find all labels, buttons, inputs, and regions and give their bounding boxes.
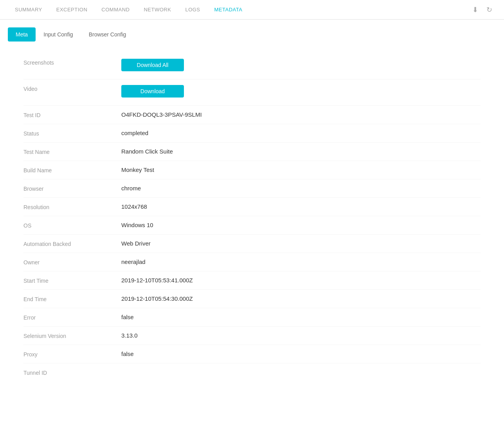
nav-exception[interactable]: EXCEPTION xyxy=(49,0,95,20)
label-resolution: Resolution xyxy=(23,203,121,210)
label-screenshots: Screenshots xyxy=(23,59,121,66)
value-proxy: false xyxy=(121,350,134,357)
label-test-id: Test ID xyxy=(23,111,121,118)
label-automation: Automation Backed xyxy=(23,240,121,247)
meta-row-selenium: Selenium Version 3.13.0 xyxy=(23,327,481,345)
tab-input-config[interactable]: Input Config xyxy=(36,27,81,42)
meta-row-test-name: Test Name Random Click Suite xyxy=(23,143,481,161)
label-selenium: Selenium Version xyxy=(23,332,121,339)
meta-row-resolution: Resolution 1024x768 xyxy=(23,198,481,216)
meta-row-start-time: Start Time 2019-12-10T05:53:41.000Z xyxy=(23,271,481,290)
value-selenium: 3.13.0 xyxy=(121,332,138,339)
value-owner: neerajlad xyxy=(121,258,146,265)
download-button[interactable]: Download xyxy=(121,85,184,98)
meta-row-status: Status completed xyxy=(23,124,481,143)
nav-command[interactable]: COMMAND xyxy=(94,0,137,20)
value-resolution: 1024x768 xyxy=(121,203,147,210)
value-browser: chrome xyxy=(121,185,141,191)
label-start-time: Start Time xyxy=(23,277,121,284)
value-build-name: Monkey Test xyxy=(121,166,154,173)
label-owner: Owner xyxy=(23,258,121,266)
value-start-time: 2019-12-10T05:53:41.000Z xyxy=(121,277,193,284)
value-error: false xyxy=(121,314,134,320)
value-test-name: Random Click Suite xyxy=(121,148,173,155)
label-error: Error xyxy=(23,314,121,321)
value-os: Windows 10 xyxy=(121,222,153,228)
label-video: Video xyxy=(23,85,121,92)
meta-row-owner: Owner neerajlad xyxy=(23,253,481,271)
value-test-id: O4FKD-DOQL3-3PSAV-9SLMI xyxy=(121,111,202,118)
refresh-icon[interactable]: ↻ xyxy=(482,3,496,17)
tab-meta[interactable]: Meta xyxy=(8,27,36,42)
screenshots-buttons: Download All xyxy=(121,59,184,74)
meta-row-tunnel-id: Tunnel ID xyxy=(23,363,481,381)
label-build-name: Build Name xyxy=(23,166,121,173)
nav-metadata[interactable]: METADATA xyxy=(207,0,250,20)
meta-row-end-time: End Time 2019-12-10T05:54:30.000Z xyxy=(23,290,481,308)
label-tunnel-id: Tunnel ID xyxy=(23,369,121,376)
meta-row-error: Error false xyxy=(23,308,481,327)
value-status: completed xyxy=(121,130,148,136)
label-browser: Browser xyxy=(23,185,121,192)
meta-row-automation: Automation Backed Web Driver xyxy=(23,235,481,253)
download-all-button[interactable]: Download All xyxy=(121,59,184,71)
label-proxy: Proxy xyxy=(23,350,121,358)
label-os: OS xyxy=(23,222,121,229)
sub-tabs: Meta Input Config Browser Config xyxy=(0,20,504,42)
meta-row-test-id: Test ID O4FKD-DOQL3-3PSAV-9SLMI xyxy=(23,106,481,124)
meta-row-os: OS Windows 10 xyxy=(23,216,481,235)
meta-content: Screenshots Download All Video Download … xyxy=(0,42,504,393)
video-buttons: Download xyxy=(121,85,184,100)
meta-row-browser: Browser chrome xyxy=(23,179,481,198)
top-nav: SUMMARY EXCEPTION COMMAND NETWORK LOGS M… xyxy=(0,0,504,20)
label-status: Status xyxy=(23,130,121,137)
tab-browser-config[interactable]: Browser Config xyxy=(81,27,134,42)
nav-summary[interactable]: SUMMARY xyxy=(8,0,49,20)
label-test-name: Test Name xyxy=(23,148,121,155)
nav-logs[interactable]: LOGS xyxy=(178,0,207,20)
meta-row-screenshots: Screenshots Download All xyxy=(23,53,481,79)
meta-row-video: Video Download xyxy=(23,79,481,106)
meta-row-build-name: Build Name Monkey Test xyxy=(23,161,481,179)
value-end-time: 2019-12-10T05:54:30.000Z xyxy=(121,295,193,302)
meta-row-proxy: Proxy false xyxy=(23,345,481,363)
label-end-time: End Time xyxy=(23,295,121,302)
value-automation: Web Driver xyxy=(121,240,151,247)
download-icon[interactable]: ⬇ xyxy=(468,3,482,17)
nav-network[interactable]: NETWORK xyxy=(137,0,178,20)
